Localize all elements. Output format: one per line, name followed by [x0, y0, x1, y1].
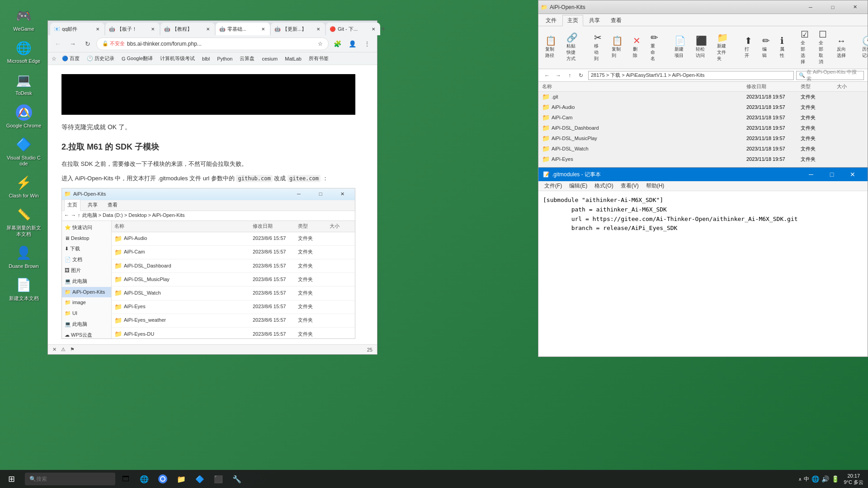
fe-back-button[interactable]: ←: [542, 70, 552, 80]
desktop-icon-duane[interactable]: 👤 Duane Brown: [4, 242, 44, 272]
browser-tab-update[interactable]: 🤖 【更新...】 ✕: [271, 23, 325, 35]
notepad-close-button[interactable]: ✕: [842, 168, 863, 181]
fe-deselect-all-button[interactable]: ☐ 全部取消: [816, 28, 830, 67]
inner-fe-maximize[interactable]: □: [310, 190, 331, 199]
bookmark-cloud[interactable]: 云算盘: [238, 54, 256, 63]
bookmark-history[interactable]: 🕐 历史记录: [85, 54, 116, 63]
fe-tab-view[interactable]: 查看: [606, 15, 627, 26]
inner-sidebar-comp[interactable]: 💻 此电脑: [62, 319, 111, 330]
tray-lang-icon[interactable]: 中: [804, 475, 809, 483]
fe-copy-to-button[interactable]: 📋 复制到: [609, 34, 626, 61]
system-clock[interactable]: 20:17 9°C 多云: [844, 473, 863, 486]
inner-fe-minimize[interactable]: ─: [288, 190, 309, 199]
inner-fe-up-icon[interactable]: ↑: [78, 211, 80, 220]
fe-shortcut-button[interactable]: ⬛ 轻松访问: [693, 34, 710, 61]
fe-up-button[interactable]: ↑: [565, 70, 575, 80]
desktop-icon-edge[interactable]: 🌐 Microsoft Edge: [4, 37, 44, 66]
desktop-icon-measure[interactable]: 📏 屏幕测量的新文本文档: [4, 203, 44, 239]
bookmark-star-icon[interactable]: ☆: [318, 41, 323, 47]
inner-row-dashboard[interactable]: 📁AiPi-DSL_Dashboard 2023/8/6 15:57 文件夹: [112, 259, 355, 273]
fe-search-box[interactable]: 🔍 在 AiPi-Open-Kits 中搜索: [796, 71, 864, 80]
bookmark-baidu[interactable]: 🔵 百度: [60, 54, 81, 63]
bookmark-all[interactable]: 所有书签: [307, 54, 330, 63]
inner-sidebar-thispc[interactable]: 💻 此电脑: [62, 276, 111, 287]
start-button[interactable]: ⊞: [0, 470, 23, 488]
notepad-menu-help[interactable]: 帮助(H): [642, 181, 668, 191]
inner-tab-view[interactable]: 查看: [105, 200, 120, 211]
taskbar-explorer-icon[interactable]: 📁: [173, 471, 189, 487]
inner-row-eyes-du[interactable]: 📁AiPi-Eyes-DU 2023/8/6 15:57 文件夹: [112, 328, 355, 338]
fe-maximize-button[interactable]: □: [822, 3, 843, 12]
fe-refresh-button[interactable]: ↻: [576, 70, 586, 80]
notepad-menu-edit[interactable]: 编辑(E): [566, 181, 591, 191]
inner-tab-home[interactable]: 主页: [64, 199, 80, 211]
inner-fe-forward-icon[interactable]: →: [71, 211, 76, 220]
browser-tab-ai2[interactable]: 🤖 【教程】 ✕: [160, 23, 215, 35]
ai1-tab-close[interactable]: ✕: [150, 26, 156, 32]
fe-properties-button[interactable]: ℹ 属性: [777, 34, 788, 61]
taskbar-edge-icon[interactable]: 🌐: [136, 471, 152, 487]
taskbar-chrome-icon[interactable]: [155, 471, 171, 487]
inner-sidebar-pictures[interactable]: 🖼 图片: [62, 265, 111, 276]
browser-tab-ai1[interactable]: 🤖 【板子！ ✕: [105, 23, 160, 35]
taskbar-terminal-icon[interactable]: ⬛: [210, 471, 226, 487]
desktop-icon-clash[interactable]: ⚡ Clash for Win: [4, 171, 44, 201]
fe-row-cam[interactable]: 📁AiPi-Cam 2023/11/18 19:57 文件夹: [538, 113, 868, 123]
update-tab-close[interactable]: ✕: [315, 26, 321, 32]
browser-account-button[interactable]: 👤: [346, 38, 359, 50]
browser-new-tab-button[interactable]: +: [381, 23, 385, 35]
inner-sidebar-wps[interactable]: ☁ WPS云盘: [62, 330, 111, 338]
desktop-icon-wegame[interactable]: 🎮 WeGame: [4, 5, 44, 34]
fe-history-button[interactable]: 🕐 历史记录: [859, 34, 868, 61]
fe-row-eyes[interactable]: 📁AiPi-Eyes 2023/11/18 19:57 文件夹: [538, 154, 868, 164]
notepad-menu-view[interactable]: 查看(V): [617, 181, 642, 191]
browser-menu-button[interactable]: ⋮: [361, 38, 373, 50]
tray-arrow-icon[interactable]: ∧: [798, 477, 802, 482]
fe-tab-share[interactable]: 共享: [584, 15, 605, 26]
inner-fe-close[interactable]: ✕: [332, 190, 353, 199]
fe-new-folder-button[interactable]: 📁 新建文件夹: [714, 31, 731, 64]
browser-forward-button[interactable]: →: [66, 38, 79, 50]
desktop-icon-vscode[interactable]: 🔷 Visual Studio Code: [4, 133, 44, 169]
bookmark-google-translate[interactable]: G Google翻译: [120, 54, 155, 63]
bookmark-blbl[interactable]: blbl: [200, 55, 212, 62]
inner-row-audio[interactable]: 📁AiPi-Audio 2023/8/6 15:57 文件夹: [112, 232, 355, 246]
fe-row-git[interactable]: 📁.git 2023/11/18 19:57 文件夹: [538, 92, 868, 102]
fe-open-button[interactable]: ⬆ 打开: [741, 34, 755, 61]
bookmark-matlab[interactable]: MatLab: [283, 55, 303, 62]
inner-row-eyes-weather[interactable]: 📁AiPi-Eyes_weather 2023/8/6 15:57 文件夹: [112, 314, 355, 328]
inner-row-cam[interactable]: 📁AiPi-Cam 2023/8/6 15:57 文件夹: [112, 246, 355, 259]
inner-sidebar-downloads[interactable]: ⬇ 下载: [62, 244, 111, 254]
fe-row-watch[interactable]: 📁AiPi-DSL_Watch 2023/11/18 19:57 文件夹: [538, 144, 868, 154]
fe-address-path[interactable]: 28175 > 下载 > AiPiEasyStartV1.1 > AiPi-Op…: [588, 71, 794, 80]
inner-row-musicplay[interactable]: 📁AiPi-DSL_MusicPlay 2023/8/6 15:57 文件夹: [112, 273, 355, 286]
browser-tab-git[interactable]: 🔴 Git - 下... ✕: [326, 23, 380, 35]
inner-sidebar-desktop[interactable]: 🖥 Desktop: [62, 233, 111, 244]
fe-select-all-button[interactable]: ☑ 全部选择: [797, 28, 812, 67]
bookmark-python[interactable]: Python: [215, 55, 234, 62]
notepad-text-content[interactable]: [submodule "aithinker-Ai-M6X_SDK"] path …: [538, 191, 868, 357]
inner-sidebar-ui[interactable]: 📁 UI: [62, 308, 111, 319]
browser-reload-button[interactable]: ↻: [81, 38, 94, 50]
qq-tab-close[interactable]: ✕: [94, 26, 101, 32]
inner-sidebar-quick-access[interactable]: ⭐ 快速访问: [62, 222, 111, 233]
desktop-icon-chrome[interactable]: Google Chrome: [4, 101, 44, 131]
fe-minimize-button[interactable]: ─: [800, 3, 821, 12]
fe-tab-home[interactable]: 主页: [562, 15, 583, 26]
taskbar-task-view[interactable]: 🗖: [118, 471, 134, 487]
inner-fe-back-icon[interactable]: ←: [64, 211, 69, 220]
fe-rename-button[interactable]: ✏ 重命名: [647, 31, 661, 64]
fe-copy-path-button[interactable]: 📋 复制路径: [542, 34, 560, 61]
fe-row-dashboard[interactable]: 📁AiPi-DSL_Dashboard 2023/11/18 19:57 文件夹: [538, 123, 868, 133]
fe-tab-file[interactable]: 文件: [541, 15, 561, 26]
fe-move-to-button[interactable]: ✂ 移动到: [591, 31, 605, 64]
notepad-minimize-button[interactable]: ─: [801, 168, 821, 181]
taskbar-dev-icon[interactable]: 🔧: [229, 471, 245, 487]
notepad-menu-file[interactable]: 文件(F): [541, 181, 566, 191]
browser-extensions-button[interactable]: 🧩: [331, 38, 344, 50]
git-tab-close[interactable]: ✕: [370, 26, 377, 32]
notepad-maximize-button[interactable]: □: [821, 168, 842, 181]
fe-delete-button[interactable]: ✕ 删除: [630, 34, 644, 61]
desktop-icon-todesk[interactable]: 💻 ToDesk: [4, 69, 44, 99]
fe-row-audio[interactable]: 📁AiPi-Audio 2023/11/18 19:57 文件夹: [538, 102, 868, 113]
